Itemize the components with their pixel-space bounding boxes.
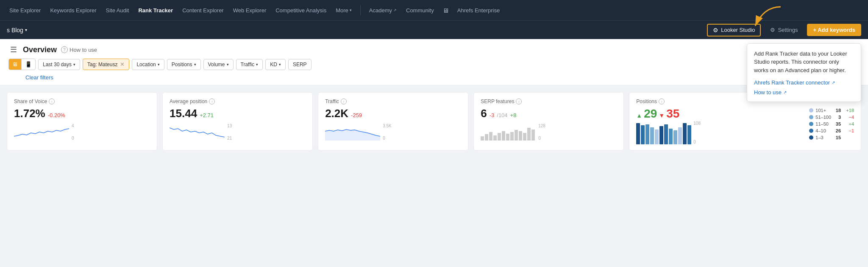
positions-chart-column: ▲ 29 ▼ 35 [636, 107, 804, 144]
svg-rect-25 [683, 123, 687, 144]
serp-min-label: 0 [538, 136, 545, 141]
svg-rect-5 [493, 135, 497, 141]
positions-bar-svg [636, 121, 691, 144]
legend-count-4: 26 [833, 128, 841, 133]
how-to-use-button[interactable]: ? How to use [61, 46, 97, 53]
nav-item-site-explorer[interactable]: Site Explorer [5, 5, 45, 16]
external-link-icon-3: ↗ [832, 80, 835, 85]
legend-label-1: 1–3 [815, 135, 831, 140]
positions-filter[interactable]: Positions ▾ [167, 59, 201, 70]
nav-item-academy[interactable]: Academy ↗ [365, 5, 401, 16]
more-chevron-icon: ▾ [350, 8, 352, 12]
desktop-device-button[interactable]: 🖥 [9, 59, 22, 70]
metrics-section: Share of Voice i 1.72% -0.20% 4 0 Averag… [0, 85, 868, 157]
svg-rect-11 [519, 131, 522, 141]
avgpos-value: 15.44 [170, 107, 197, 120]
volume-filter[interactable]: Volume ▾ [203, 59, 234, 70]
project-name[interactable]: s Blog ▾ [7, 27, 27, 34]
nav-item-rank-tracker[interactable]: Rank Tracker [134, 5, 177, 16]
positions-legend: 101+ 18 +18 51–100 3 −4 11–50 35 + [809, 107, 854, 144]
positions-content: ▲ 29 ▼ 35 [636, 107, 854, 144]
legend-row-1: 1–3 15 [809, 135, 854, 140]
svg-rect-22 [669, 129, 673, 144]
legend-change-4: −1 [843, 128, 854, 133]
volume-chevron-icon: ▾ [227, 62, 229, 67]
kd-filter[interactable]: KD ▾ [265, 59, 286, 70]
serp-chart-area: 128 0 [481, 124, 617, 141]
nav-item-more[interactable]: More ▾ [331, 5, 356, 16]
legend-row-51: 51–100 3 −4 [809, 115, 854, 120]
nav-item-web-explorer[interactable]: Web Explorer [229, 5, 271, 16]
secondary-nav: s Blog ▾ ⚙ Looker Studio ⚙ Settings + Ad… [0, 20, 868, 39]
positions-up-value: 29 [644, 107, 657, 121]
legend-label-11: 11–50 [815, 121, 831, 126]
sov-info-icon[interactable]: i [49, 98, 55, 104]
positions-down-arrow-icon: ▼ [659, 112, 665, 119]
serp-info-icon[interactable]: i [516, 98, 522, 104]
tooltip-connector-link[interactable]: Ahrefs Rank Tracker connector ↗ [754, 79, 854, 86]
positions-chevron-icon: ▾ [194, 62, 196, 67]
tag-filter[interactable]: Tag: Mateusz ✕ [83, 59, 129, 70]
positions-big-numbers: ▲ 29 ▼ 35 [636, 107, 804, 121]
svg-rect-2 [481, 136, 484, 141]
tooltip-how-to-use-link[interactable]: How to use ↗ [754, 89, 854, 96]
nav-item-keywords-explorer[interactable]: Keywords Explorer [46, 5, 100, 16]
filters-row: 🖥 📱 Last 30 days ▾ Tag: Mateusz ✕ Locati… [0, 59, 868, 74]
average-position-card: Average position i 15.44 +2.71 13 21 [162, 92, 313, 151]
location-filter[interactable]: Location ▾ [132, 59, 164, 70]
traffic-card: Traffic i 2.2K -259 3.5K 0 [318, 92, 468, 151]
toolbar-row: ☰ Overview ? How to use [0, 39, 868, 59]
serp-filter[interactable]: SERP [288, 59, 312, 70]
avgpos-chart-area: 13 21 [170, 124, 306, 141]
svg-rect-3 [485, 134, 488, 141]
serp-slash: /104 [497, 112, 507, 118]
traffic-info-icon[interactable]: i [341, 98, 347, 104]
nav-item-site-audit[interactable]: Site Audit [102, 5, 134, 16]
tag-close-icon[interactable]: ✕ [120, 61, 125, 67]
traffic-label: Traffic i [325, 98, 461, 104]
avgpos-change: +2.71 [200, 112, 214, 118]
legend-dot-4 [809, 129, 813, 133]
legend-dot-11 [809, 122, 813, 126]
svg-rect-26 [687, 125, 691, 144]
traffic-value-row: 2.2K -259 [325, 107, 461, 120]
traffic-filter[interactable]: Traffic ▾ [236, 59, 263, 70]
mobile-device-button[interactable]: 📱 [22, 59, 35, 70]
legend-row-11: 11–50 35 +4 [809, 121, 854, 126]
serp-max-label: 128 [538, 124, 545, 128]
settings-gear-icon: ⚙ [770, 27, 775, 33]
legend-change-11: +4 [843, 121, 854, 126]
svg-rect-8 [506, 134, 509, 141]
sov-sparkline [14, 124, 69, 141]
date-range-filter[interactable]: Last 30 days ▾ [38, 59, 80, 70]
legend-count-1: 15 [833, 135, 841, 140]
svg-rect-15 [636, 123, 640, 144]
date-chevron-icon: ▾ [73, 62, 75, 67]
clear-filters-row: Clear filters [0, 74, 868, 85]
svg-rect-19 [655, 129, 659, 144]
settings-button[interactable]: ⚙ Settings [765, 25, 803, 35]
add-keywords-button[interactable]: + Add keywords [807, 24, 861, 36]
nav-item-competitive-analysis[interactable]: Competitive Analysis [271, 5, 331, 16]
nav-item-content-explorer[interactable]: Content Explorer [178, 5, 228, 16]
serp-value-row: 6 -3 /104 +8 [481, 107, 617, 120]
overview-title: Overview [23, 45, 57, 54]
avgpos-min-label: 21 [227, 136, 232, 141]
positions-down-value: 35 [666, 107, 679, 121]
nav-item-community[interactable]: Community [402, 5, 438, 16]
svg-rect-12 [523, 133, 526, 141]
legend-change-51: −4 [843, 115, 854, 120]
sov-value: 1.72% [14, 107, 45, 120]
account-button[interactable]: Ahrefs Enterprise [453, 5, 504, 16]
hamburger-menu-button[interactable]: ☰ [8, 44, 19, 55]
avgpos-info-icon[interactable]: i [209, 98, 215, 104]
clear-filters-button[interactable]: Clear filters [25, 74, 53, 81]
legend-label-51: 51–100 [815, 115, 831, 120]
legend-count-101: 18 [833, 108, 841, 113]
external-link-icon: ↗ [393, 8, 397, 12]
sov-max-label: 4 [72, 124, 74, 128]
monitor-icon[interactable]: 🖥 [439, 4, 452, 17]
positions-info-icon[interactable]: i [659, 98, 665, 104]
looker-studio-button[interactable]: ⚙ Looker Studio [707, 24, 761, 37]
pos-min-label: 0 [693, 140, 701, 144]
